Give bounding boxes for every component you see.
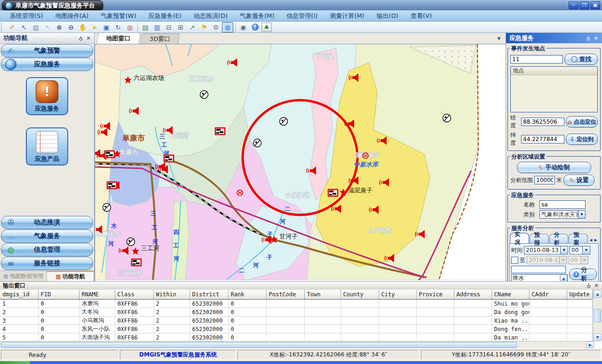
station-marker[interactable]: [280, 118, 288, 126]
menu-item-6[interactable]: 信息管理(I): [280, 11, 324, 21]
map-tab-0[interactable]: 地图窗口: [96, 32, 140, 44]
analysis-tab-1[interactable]: 预报: [530, 234, 549, 243]
menu-item-1[interactable]: 地图操作(A): [49, 11, 95, 21]
start-button-edge[interactable]: [0, 361, 30, 364]
element-list-item[interactable]: 降水: [513, 275, 560, 281]
place-list-body[interactable]: [511, 75, 597, 112]
flag-marker[interactable]: [132, 259, 141, 266]
scroll-up-icon[interactable]: ▲: [594, 290, 602, 298]
station-marker[interactable]: [253, 139, 261, 147]
output-horizontal-scrollbar[interactable]: ▶: [0, 341, 594, 348]
table-row[interactable]: 50大面场子沟0XFF8626523020000Da mian ...: [0, 333, 592, 342]
station-marker[interactable]: [200, 91, 208, 99]
zoom-in-icon[interactable]: ⊕: [54, 22, 65, 32]
pan-icon[interactable]: ✋: [77, 22, 88, 32]
chevron-down-icon[interactable]: ▼: [578, 211, 585, 218]
column-header-District[interactable]: District: [190, 290, 228, 300]
nav-info-management[interactable]: ◍信息管理: [1, 243, 93, 256]
menu-item-2[interactable]: 气象预警(W): [95, 11, 142, 21]
column-header-Update[interactable]: Update: [567, 290, 592, 300]
pointer-icon[interactable]: ➤: [89, 22, 100, 32]
column-header-Class[interactable]: Class: [115, 290, 153, 300]
emergency-product-big-button[interactable]: 应急产品: [26, 127, 68, 166]
identify-icon[interactable]: ◎: [124, 22, 135, 32]
hour-select[interactable]: 00 ▼: [570, 246, 590, 254]
toolbar-grip[interactable]: [1, 23, 5, 32]
column-header-FID[interactable]: FID: [38, 290, 79, 300]
column-header-CName[interactable]: CName: [491, 290, 529, 300]
analysis-tab-2[interactable]: 分析: [549, 234, 569, 243]
measure-icon[interactable]: ✐: [7, 22, 18, 32]
flag-marker[interactable]: [105, 151, 114, 158]
select-rect-icon[interactable]: ▧: [30, 22, 41, 32]
date-select[interactable]: 2010-08-13 ▼: [524, 246, 568, 254]
print-preview-icon[interactable]: ⊞: [175, 22, 186, 32]
table-row[interactable]: 40东风一小队0XFF8626523020000Dong fen...: [0, 325, 592, 333]
map-tab-1[interactable]: 3D窗口: [140, 33, 180, 44]
analyze-button[interactable]: i 分析: [569, 269, 597, 280]
column-header-Rank[interactable]: Rank: [228, 290, 266, 300]
scroll-up-icon[interactable]: ▲: [560, 275, 567, 281]
scroll-right-icon[interactable]: ▶: [586, 341, 594, 348]
select-shape-icon[interactable]: ↖: [18, 22, 30, 32]
go-arrow-icon[interactable]: ➚: [187, 22, 198, 32]
place-listbox[interactable]: 地点: [510, 66, 598, 112]
locate-to-button[interactable]: ⇩ 定位到: [566, 134, 598, 145]
layers-icon[interactable]: ▤: [140, 22, 151, 32]
latitude-input[interactable]: [521, 135, 564, 143]
column-header-Address[interactable]: Address: [454, 290, 491, 300]
flag-marker[interactable]: [328, 190, 338, 196]
column-header-Within[interactable]: Within: [153, 290, 190, 300]
element-listbox[interactable]: 降水空气温度 ▲: [511, 274, 568, 281]
menu-item-3[interactable]: 应急服务(E): [142, 11, 187, 21]
column-header-CAddr[interactable]: CAddr: [529, 290, 567, 300]
event-location-input[interactable]: [510, 55, 563, 63]
output-vertical-scrollbar[interactable]: ▲ ▼: [593, 290, 602, 341]
manual-draw-button[interactable]: ✎ 手动绘制: [517, 162, 591, 173]
minimize-button[interactable]: ─: [569, 1, 578, 9]
column-header-dmgis_id[interactable]: dmgis_id: [0, 290, 38, 300]
scroll-right-icon[interactable]: ▶: [594, 237, 598, 243]
scroll-thumb[interactable]: [1, 342, 517, 348]
menu-item-7[interactable]: 测量计算(M): [324, 11, 370, 21]
flag-marker[interactable]: [107, 182, 117, 189]
globe-3d-icon[interactable]: ◍: [222, 22, 233, 32]
search-button[interactable]: 查找: [564, 54, 598, 65]
pin-icon[interactable]: [77, 35, 85, 42]
refresh-icon[interactable]: ↻: [112, 22, 124, 32]
service-name-input[interactable]: [539, 200, 586, 209]
close-icon[interactable]: [593, 282, 600, 289]
longitude-input[interactable]: [521, 118, 564, 126]
clear-selection-icon[interactable]: ↖: [42, 22, 53, 32]
column-header-Provice[interactable]: Provice: [416, 290, 454, 300]
scroll-down-icon[interactable]: ▼: [594, 333, 602, 341]
map-tab-dropdown-icon[interactable]: ▼: [495, 35, 503, 42]
flag-marker[interactable]: [215, 128, 225, 135]
to-date-select[interactable]: 2010-08-13 ▼: [527, 256, 567, 264]
tree-view-icon[interactable]: ♣: [261, 22, 272, 32]
scroll-thumb[interactable]: [594, 309, 601, 322]
full-extent-icon[interactable]: ▣: [101, 22, 112, 32]
table-row[interactable]: 30小马厩沟0XFF8626523020000Xiao ma ...: [0, 317, 592, 325]
map-canvas[interactable]: 六运湖农场滋泥泉子三工河甘河子阜康市三工河乡下西泉九运街小泉牧场上户沟乡滋泥泉子…: [95, 44, 506, 281]
nav-weather-service[interactable]: ☁气象服务: [1, 229, 93, 243]
menu-item-4[interactable]: 动态推演(D): [188, 11, 234, 21]
close-icon[interactable]: [85, 35, 92, 42]
close-button[interactable]: ▣: [590, 1, 600, 9]
analysis-tab-3[interactable]: 预案: [569, 234, 588, 243]
column-header-RNAME[interactable]: RNAME: [79, 290, 115, 300]
emergency-service-big-button[interactable]: !应急服务: [26, 77, 68, 115]
station-marker[interactable]: [103, 204, 111, 212]
maximize-button[interactable]: ❐: [579, 1, 589, 9]
element-select-input[interactable]: [511, 266, 566, 273]
analysis-tab-0[interactable]: 实况: [510, 233, 529, 243]
nav-emergency-service[interactable]: 应急服务: [1, 58, 93, 71]
to-checkbox[interactable]: [511, 257, 518, 264]
nav-weather-warning[interactable]: ✍气象预警: [1, 44, 93, 57]
nav-dynamic-deduction[interactable]: ✇动态推演: [1, 216, 93, 229]
menu-item-8[interactable]: 输出(O): [371, 11, 404, 21]
scroll-left-icon[interactable]: ◀: [588, 237, 593, 243]
close-icon[interactable]: [592, 35, 600, 42]
pin-icon[interactable]: [585, 282, 593, 289]
menu-item-0[interactable]: 系统管理(S): [4, 11, 49, 21]
